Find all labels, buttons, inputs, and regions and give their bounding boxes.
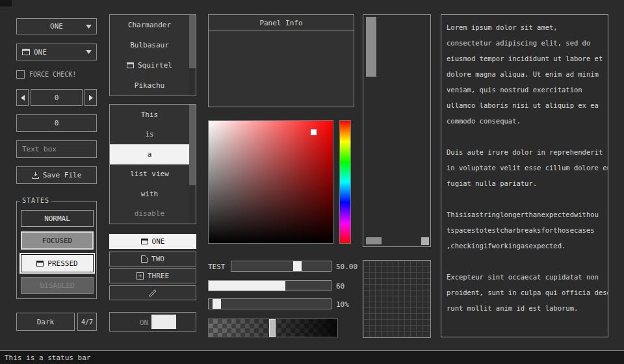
text-line: fugiat nulla pariatur. <box>447 176 603 191</box>
demo-list-items: This is a list view with disable <box>110 105 189 224</box>
text-line: ullamco laboris nisi ut aliquip ex ea <box>447 98 603 113</box>
add-box-icon <box>136 272 144 280</box>
text-line: runt mollit anim id est laborum. <box>447 300 603 316</box>
stepper-increment-button[interactable] <box>84 89 97 106</box>
checkbox-label: FORCE CHECK! <box>29 71 76 78</box>
text-line: eiusmod tempor incididunt ut labore et <box>447 51 603 66</box>
pager-indicator[interactable]: 4/7 <box>77 313 97 331</box>
text-line: ,checkingifworkingasexpected. <box>447 238 603 254</box>
scrollbar-thumb[interactable] <box>189 185 196 224</box>
demo-list: This is a list view with disable <box>109 104 196 224</box>
color-marker[interactable] <box>311 129 317 135</box>
list-item-label: disable <box>135 209 164 218</box>
list-item[interactable]: This <box>110 105 189 125</box>
force-check-checkbox[interactable]: FORCE CHECK! <box>16 70 97 79</box>
on-toggle[interactable]: ON <box>109 312 196 332</box>
pressed-state-button[interactable]: PRESSED <box>21 254 94 272</box>
slider-thumb[interactable] <box>293 261 302 271</box>
hue-bar[interactable] <box>339 120 351 244</box>
test-slider-label: TEST <box>208 262 226 272</box>
paragraph: Duis aute irure dolor in reprehenderit i… <box>447 144 603 191</box>
list-item-label: is <box>145 130 153 138</box>
pokemon-list: Charmander Bulbasaur Squirtel Pikachu <box>109 14 196 96</box>
two-button[interactable]: TWO <box>109 252 196 266</box>
toggle-thumb[interactable] <box>151 315 176 329</box>
pager-value: 4/7 <box>81 318 93 326</box>
scrollbar-track[interactable] <box>189 15 196 96</box>
stepper-decrement-button[interactable] <box>16 89 29 106</box>
dropdown-icon-value: ONE <box>34 48 47 57</box>
number-input[interactable] <box>16 114 97 132</box>
list-item[interactable]: Pikachu <box>110 75 189 96</box>
percent-slider[interactable] <box>208 298 332 309</box>
test-slider[interactable] <box>231 261 332 272</box>
list-item[interactable]: with <box>110 184 189 204</box>
list-item-disabled: disable <box>110 204 189 224</box>
focused-state-button[interactable]: FOCUSED <box>21 231 94 250</box>
paragraph: Lorem ipsum dolor sit amet, consectetur … <box>447 20 603 129</box>
three-button[interactable]: THREE <box>109 268 196 283</box>
text-line: Duis aute irure dolor in reprehenderit <box>447 144 603 160</box>
list-item[interactable]: list view <box>110 164 189 185</box>
list-item[interactable]: Squirtel <box>110 55 189 75</box>
one-button[interactable]: ONE <box>109 234 196 249</box>
focused-state-label: FOCUSED <box>42 237 72 245</box>
color-saturation-square[interactable] <box>208 120 333 244</box>
dropdown-plain[interactable]: ONE <box>16 18 97 34</box>
text-line: commodo consequat. <box>447 113 603 129</box>
info-panel-titlebar[interactable]: Panel Info <box>209 15 354 31</box>
progress-slider[interactable] <box>208 280 332 291</box>
list-item[interactable]: Charmander <box>110 15 189 35</box>
scrollbar-corner <box>421 237 429 245</box>
save-file-button[interactable]: Save File <box>16 166 97 184</box>
chevron-down-icon <box>86 25 92 29</box>
one-button-label: ONE <box>152 237 165 246</box>
list-item-label: Pikachu <box>135 81 164 90</box>
slider-fill <box>209 281 285 291</box>
scrollbar-thumb[interactable] <box>189 68 196 96</box>
list-item[interactable]: is <box>110 125 189 145</box>
app-window: ONE ONE FORCE CHECK! 0 Save F <box>0 0 624 364</box>
dropdown-with-icon[interactable]: ONE <box>16 44 97 60</box>
list-item[interactable]: Bulbasaur <box>110 35 189 55</box>
scrollbar-track[interactable] <box>189 105 196 224</box>
paragraph: Excepteur sint occaecat cupidatat non pr… <box>447 269 603 316</box>
arrow-left-icon <box>21 95 25 101</box>
paragraph: Thisisastringlongerthanexpectedwithou ts… <box>447 207 603 254</box>
save-file-label: Save File <box>43 171 82 179</box>
pencil-button[interactable] <box>109 285 196 300</box>
text-line: Thisisastringlongerthanexpectedwithou <box>447 207 603 222</box>
list-item-label: a <box>148 150 152 159</box>
normal-state-button[interactable]: NORMAL <box>21 210 94 227</box>
window-icon <box>141 239 148 244</box>
normal-state-label: NORMAL <box>44 214 70 223</box>
lorem-text-panel: Lorem ipsum dolor sit amet, consectetur … <box>441 14 608 337</box>
text-line: veniam, quis nostrud exercitation <box>447 82 603 98</box>
text-line: tspacestotestcharbreaksforthosecases <box>447 222 603 238</box>
list-item-label: with <box>141 190 159 198</box>
file-icon <box>141 255 148 263</box>
horizontal-scrollbar-thumb[interactable] <box>366 237 382 244</box>
list-item-selected[interactable]: a <box>110 144 189 164</box>
stepper-value: 0 <box>31 89 83 106</box>
pokemon-list-items: Charmander Bulbasaur Squirtel Pikachu <box>110 15 189 96</box>
scroll-panel <box>363 14 431 247</box>
progress-slider-value: 60 <box>336 281 344 292</box>
states-group-title: STATES <box>20 197 51 204</box>
status-bar: This is a status bar <box>0 350 624 364</box>
pencil-icon <box>149 289 157 297</box>
grid-canvas[interactable] <box>363 260 431 338</box>
two-button-label: TWO <box>151 255 164 263</box>
alpha-slider[interactable] <box>208 318 338 337</box>
dropdown-plain-value: ONE <box>50 22 63 31</box>
disabled-state-label: DISABLED <box>40 281 75 290</box>
status-bar-text: This is a status bar <box>5 354 90 362</box>
slider-thumb[interactable] <box>213 299 221 309</box>
list-item-label: list view <box>130 170 169 178</box>
text-line: proident, sunt in culpa qui officia dese <box>447 285 603 300</box>
vertical-scrollbar-thumb[interactable] <box>366 17 376 77</box>
text-input[interactable] <box>16 140 97 158</box>
theme-button[interactable]: Dark <box>16 313 75 331</box>
list-item-label: Bulbasaur <box>130 41 169 49</box>
slider-thumb[interactable] <box>269 319 276 337</box>
